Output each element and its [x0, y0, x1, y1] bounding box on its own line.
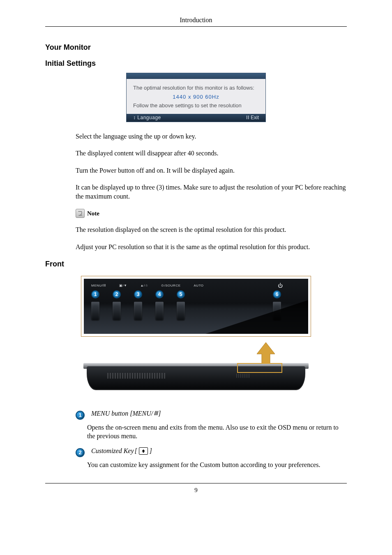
custom-key-icon	[139, 447, 148, 455]
running-header: Introduction	[45, 16, 347, 24]
def-text-custom: You can customize key assignment for the…	[76, 460, 347, 469]
note-label: Note	[87, 210, 99, 217]
button-stub	[155, 302, 164, 320]
footer-rule	[45, 483, 347, 483]
button-stub	[91, 302, 99, 320]
callout-6: 6	[273, 290, 281, 298]
heading-initial-settings: Initial Settings	[45, 59, 347, 68]
menu-glyph-icon: ⅠⅠⅠ	[154, 410, 157, 417]
callout-5: 5	[177, 290, 185, 298]
osd-line2: Follow the above settings to set the res…	[133, 102, 259, 110]
btn-label-custom: ▣/▼	[119, 284, 127, 287]
btn-label-bright: ▲/☆	[140, 284, 148, 287]
callout-1: 1	[91, 290, 99, 298]
osd-exit-hint: ⅠⅠ Exit	[246, 115, 259, 120]
osd-language-hint: ↕ Language	[133, 115, 246, 120]
def-number-1: 1	[76, 411, 85, 420]
front-diagram: MENU/ⅠⅠⅠ ▣/▼ ▲/☆ ⊙/SOURCE AUTO ⏻ 1 2 3	[81, 276, 311, 393]
para-power-cycle: Turn the Power button off and on. It wil…	[76, 166, 347, 175]
def-title-menu: MENU button [MENU/ⅠⅠⅠ]	[91, 410, 347, 417]
para-optimal: The resolution displayed on the screen i…	[76, 225, 347, 234]
btn-label-menu: MENU/ⅠⅠⅠ	[91, 284, 106, 287]
def-text-menu: Opens the on-screen menu and exits from …	[76, 423, 347, 441]
def-title-custom: Customized Key[]	[91, 447, 347, 455]
osd-popup: The optimal resolution for this monitor …	[126, 73, 266, 122]
osd-line1: The optimal resolution for this monitor …	[133, 84, 259, 92]
para-select-language: Select the language using the up or down…	[76, 132, 347, 141]
heading-your-monitor: Your Monitor	[45, 43, 347, 52]
heading-front: Front	[45, 260, 347, 268]
highlight-box	[237, 363, 282, 373]
button-stub	[113, 302, 121, 320]
note-icon	[76, 209, 85, 218]
callout-2: 2	[113, 290, 121, 298]
btn-label-auto: AUTO	[194, 284, 204, 287]
osd-resolution: 1440 x 900 60Hz	[133, 92, 259, 102]
vent-grille	[107, 373, 165, 379]
callout-3: 3	[134, 290, 142, 298]
button-stub	[134, 302, 142, 320]
button-stub	[177, 302, 185, 320]
para-disappear: The displayed content will disappear aft…	[76, 149, 347, 158]
vent-grille-small	[236, 374, 249, 378]
para-adjust: Adjust your PC resolution so that it is …	[76, 243, 347, 252]
page-number: 9	[45, 487, 347, 494]
btn-label-source: ⊙/SOURCE	[161, 284, 180, 287]
def-number-2: 2	[76, 448, 85, 457]
power-icon: ⏻	[278, 283, 283, 289]
header-rule	[45, 26, 347, 27]
para-three-times: It can be displayed up to three (3) time…	[76, 183, 347, 201]
callout-4: 4	[155, 290, 164, 298]
